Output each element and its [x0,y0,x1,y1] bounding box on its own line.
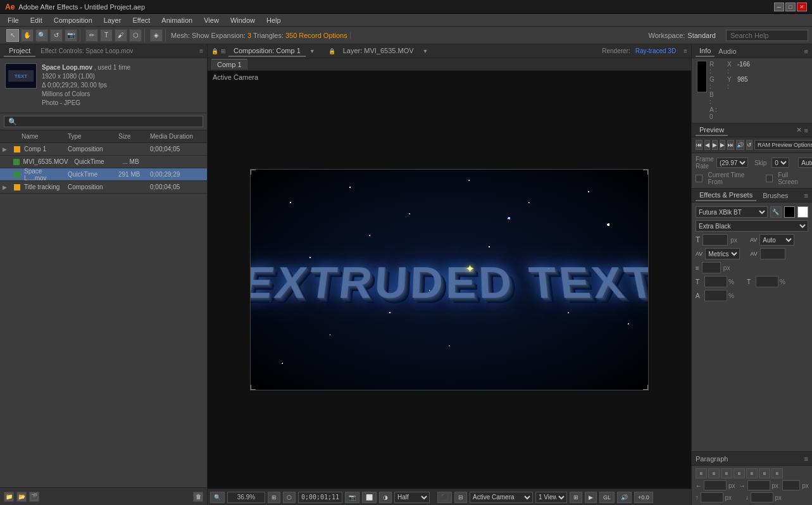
scale-v-input[interactable]: 100 [756,276,778,287]
project-item-title[interactable]: ▶ Title tracking Composition 0;00;04;05 [0,181,207,194]
view-select[interactable]: 1 View [535,492,567,503]
tracking-input[interactable]: 0 [760,248,785,259]
color-box-black[interactable] [784,206,795,218]
effect-controls-tab[interactable]: Effect Controls: Space Loop.mov [41,47,133,54]
brushes-tab[interactable]: Brushes [759,190,792,201]
zoom-value[interactable]: 36.9% [227,492,265,503]
menu-window[interactable]: Window [225,15,260,25]
project-search-input[interactable] [4,116,203,127]
font-select[interactable]: Futura XBlk BT [696,206,768,218]
align-right-btn[interactable]: ≡ [721,468,732,478]
font-size-input[interactable]: 160 [703,234,728,246]
project-item-space[interactable]: Space L....mov QuickTime 291 MB 0;00;29;… [0,168,207,181]
magnify-btn[interactable]: 🔍 [210,492,225,503]
menu-edit[interactable]: Edit [25,15,47,25]
leading-input[interactable] [702,262,721,273]
footage-settings-btn[interactable]: 🎬 [29,492,39,502]
search-input[interactable] [726,30,808,41]
show-snap-btn[interactable]: ⬜ [362,492,377,503]
expansion-value[interactable]: 3 [247,32,251,39]
camera-select[interactable]: Active Camera [470,492,533,503]
grid-btn[interactable]: ⊞ [268,492,280,503]
nudge-btn[interactable]: +0.0 [634,492,653,503]
first-frame-btn[interactable]: ⏮ [696,140,703,150]
maximize-btn[interactable]: □ [785,3,796,11]
effects-menu-btn[interactable]: ≡ [804,192,808,199]
mask-btn[interactable]: ⬡ [283,492,296,503]
triangles-value[interactable]: 350 [285,32,297,39]
new-comp-btn[interactable]: 📁 [4,492,14,502]
ram-preview-options[interactable]: RAM Preview Options [754,140,812,150]
info-menu-btn[interactable]: ≡ [804,47,808,55]
prev-frame-btn[interactable]: ◀ [704,140,710,150]
shape-tool[interactable]: ⬡ [129,29,142,42]
info-tab[interactable]: Info [696,46,715,57]
view-layout-btn[interactable]: ⊞ [570,492,582,503]
kerning-select[interactable]: Auto [759,234,794,246]
play-btn[interactable]: ▶ [712,140,718,150]
comp1-viewer-tab[interactable]: Comp 1 [211,59,247,70]
layer-tab[interactable]: Layer: MVI_6535.MOV [338,46,419,57]
baseline-input[interactable]: 0 [704,290,727,301]
close-btn[interactable]: ✕ [797,3,807,11]
hand-tool[interactable]: ✋ [21,29,34,42]
minimize-btn[interactable]: ─ [774,3,784,11]
menu-help[interactable]: Help [261,15,286,25]
puppet-tool[interactable]: ◈ [150,29,163,42]
justify2-btn[interactable]: ≡ [746,468,758,478]
resolution-select[interactable]: Auto [798,158,812,168]
align-center-btn[interactable]: ≡ [708,468,720,478]
first-line-input[interactable] [782,480,800,490]
comp-tab[interactable]: Composition: Comp 1 [228,46,306,57]
title-expand[interactable]: ▶ [3,184,13,190]
exposure-btn[interactable]: ◑ [379,492,392,503]
comp-panel-menu[interactable]: ≡ [684,47,687,54]
project-item-mvi[interactable]: MVI_6535.MOV QuickTime ... MB [0,156,207,168]
kerning-method-select[interactable]: Metrics [705,248,740,259]
audio-prev-btn[interactable]: 🔊 [736,140,744,150]
space-before-input[interactable]: 0 [701,492,723,502]
audio-tab[interactable]: Audio [715,46,740,56]
brush-tool[interactable]: 🖌 [115,29,127,42]
last-frame-btn[interactable]: ⏭ [727,140,734,150]
window-controls[interactable]: ─ □ ✕ [774,3,807,11]
scale-h-input[interactable]: 100 [704,276,727,287]
menu-composition[interactable]: Composition [49,15,97,25]
camera-tool[interactable]: 📷 [65,29,77,42]
comp-arrow[interactable]: ▼ [309,48,315,54]
menu-file[interactable]: File [3,15,24,25]
comp1-expand[interactable]: ▶ [3,146,13,153]
zoom-tool[interactable]: 🔍 [35,29,48,42]
preview-menu-btn[interactable]: ✕ [796,126,802,134]
style-select[interactable]: Extra Black [696,220,808,232]
new-folder-btn[interactable]: 📂 [16,492,27,502]
preview-menu-icon[interactable]: ≡ [804,127,808,134]
menu-layer[interactable]: Layer [99,15,127,25]
next-frame-btn[interactable]: ▶ [720,140,725,150]
render-btn[interactable]: ▶ [585,492,597,503]
layer-arrow[interactable]: ▼ [423,48,428,54]
justify-btn[interactable]: ≡ [734,468,745,478]
menu-animation[interactable]: Animation [156,15,197,25]
indent-left-input[interactable]: 0 [704,480,727,490]
transparency-btn[interactable]: ⬛ [437,492,452,503]
preview-tab[interactable]: Preview [696,125,728,136]
menu-effect[interactable]: Effect [127,15,155,25]
pixel-btn[interactable]: ⊟ [454,492,467,503]
font-style-icon[interactable]: 🔧 [770,206,781,218]
color-box-white[interactable] [797,206,808,218]
menu-view[interactable]: View [199,15,224,25]
panel-menu-btn[interactable]: ≡ [199,47,203,54]
record-options[interactable]: Record Options [299,32,347,39]
para-menu-btn[interactable]: ≡ [804,455,808,463]
rotate-tool[interactable]: ↺ [50,29,63,42]
text-tool[interactable]: T [100,29,113,42]
justify3-btn[interactable]: ≡ [759,468,770,478]
delete-btn[interactable]: 🗑 [193,492,203,502]
loop-btn[interactable]: ↺ [746,140,753,150]
skip-select[interactable]: 0 [771,158,789,168]
project-tab[interactable]: Project [4,46,35,57]
project-item-comp1[interactable]: ▶ Comp 1 Composition 0;00;04;05 [0,143,207,156]
workspace-value[interactable]: Standard [687,32,716,39]
renderer-value[interactable]: Ray-traced 3D [635,47,676,54]
